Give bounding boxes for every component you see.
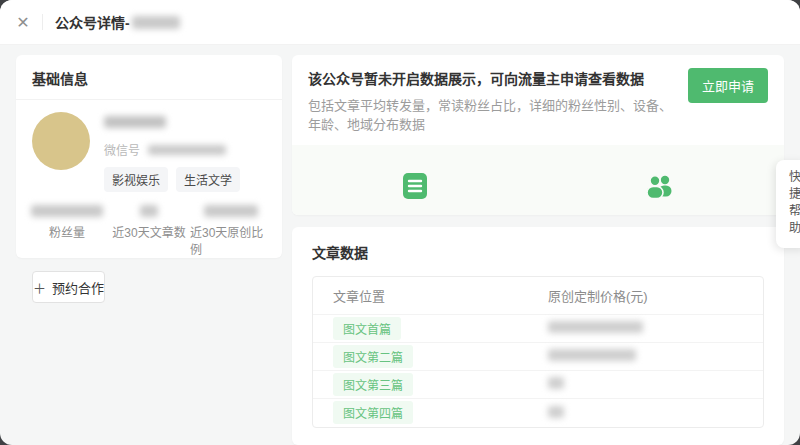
basic-info-card: 基础信息 微信号 影视娱乐 生活文学 [16, 55, 282, 258]
quick-help-tab[interactable]: 快捷帮助 [776, 160, 800, 248]
feature-fan-portrait: 粉丝画像数据 性别、年龄、设备、地域分布，常读粉丝占比 [538, 145, 784, 215]
category-tag: 生活文学 [176, 167, 240, 192]
redacted-price [548, 321, 643, 333]
users-icon [644, 172, 678, 204]
data-feature-section: 文章效果数据 近30天平均阅读量、转发量 粉丝画像数据 性别、年龄、设备、地域分… [292, 145, 784, 215]
redacted-wechat-id [148, 145, 226, 155]
avatar [32, 112, 90, 170]
wechat-id-label: 微信号 [104, 141, 140, 158]
modal-body: 基础信息 微信号 影视娱乐 生活文学 [0, 45, 800, 445]
official-account-detail-modal: ✕ 公众号详情- 基础信息 微信号 影视娱乐 生活文学 [0, 0, 800, 445]
plus-icon: ＋ [33, 278, 46, 297]
column-header-position: 文章位置 [333, 286, 548, 305]
column-header-price: 原创定制价格(元) [548, 286, 743, 305]
reserve-cooperation-button[interactable]: ＋ 预约合作 [32, 271, 105, 303]
stat-followers: 粉丝量 [26, 205, 108, 257]
document-icon [402, 172, 428, 204]
page-title: 公众号详情- [55, 12, 130, 32]
wechat-id-row: 微信号 [104, 141, 240, 158]
basic-info-title: 基础信息 [16, 55, 282, 100]
position-tag: 图文第三篇 [333, 373, 413, 396]
redacted-price [548, 349, 636, 361]
feature-article-effect: 文章效果数据 近30天平均阅读量、转发量 [292, 145, 538, 215]
stat-article-count: 近30天文章数 [108, 205, 190, 257]
article-data-title: 文章数据 [312, 242, 764, 262]
quick-help-label: 快捷帮助 [786, 170, 800, 238]
table-row: 图文第二篇 [313, 343, 763, 371]
data-apply-card: 该公众号暂未开启数据展示，可向流量主申请查看数据 包括文章平均转发量，常读粉丝占… [292, 55, 784, 215]
account-stats: 粉丝量 近30天文章数 近30天原创比例 [16, 205, 282, 257]
stat-original-ratio: 近30天原创比例 [190, 205, 272, 257]
redacted-stat-value [31, 205, 103, 217]
data-apply-subtitle: 包括文章平均转发量，常读粉丝占比，详细的粉丝性别、设备、年龄、地域分布数据 [308, 95, 676, 133]
reserve-cooperation-label: 预约合作 [52, 278, 104, 297]
category-tag: 影视娱乐 [104, 167, 168, 192]
position-tag: 图文首篇 [333, 317, 401, 340]
stat-label: 近30天原创比例 [190, 223, 272, 257]
table-header-row: 文章位置 原创定制价格(元) [313, 277, 763, 315]
redacted-price [548, 377, 564, 389]
table-row: 图文第四篇 [313, 399, 763, 427]
redacted-price [548, 406, 564, 418]
position-tag: 图文第二篇 [333, 345, 413, 368]
right-column: 该公众号暂未开启数据展示，可向流量主申请查看数据 包括文章平均转发量，常读粉丝占… [292, 55, 784, 445]
redacted-stat-value [204, 205, 258, 217]
redacted-account-name [104, 116, 166, 128]
account-profile: 微信号 影视娱乐 生活文学 [16, 100, 282, 192]
modal-header: ✕ 公众号详情- [0, 0, 800, 45]
profile-info: 微信号 影视娱乐 生活文学 [104, 112, 240, 192]
apply-now-button[interactable]: 立即申请 [688, 68, 768, 103]
position-tag: 图文第四篇 [333, 401, 413, 424]
table-row: 图文第三篇 [313, 371, 763, 399]
close-icon[interactable]: ✕ [14, 13, 32, 31]
category-tags: 影视娱乐 生活文学 [104, 167, 240, 192]
header-divider [42, 14, 43, 30]
data-apply-title: 该公众号暂未开启数据展示，可向流量主申请查看数据 [308, 68, 676, 88]
redacted-account-name [132, 16, 180, 29]
stat-label: 粉丝量 [49, 223, 85, 240]
article-data-card: 文章数据 文章位置 原创定制价格(元) 图文首篇 图文第二篇 [292, 227, 784, 445]
article-price-table: 文章位置 原创定制价格(元) 图文首篇 图文第二篇 图文第三篇 [312, 276, 764, 428]
data-apply-texts: 该公众号暂未开启数据展示，可向流量主申请查看数据 包括文章平均转发量，常读粉丝占… [308, 68, 676, 133]
data-apply-header: 该公众号暂未开启数据展示，可向流量主申请查看数据 包括文章平均转发量，常读粉丝占… [292, 55, 784, 145]
stat-label: 近30天文章数 [112, 223, 185, 240]
redacted-stat-value [140, 205, 158, 217]
table-row: 图文首篇 [313, 315, 763, 343]
